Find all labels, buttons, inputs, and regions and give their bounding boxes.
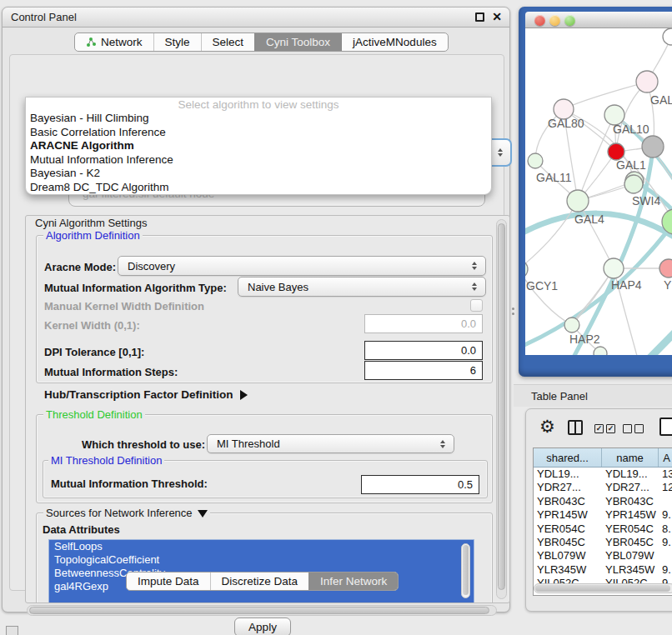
export-table-icon[interactable] <box>659 418 672 436</box>
tab-network[interactable]: Network <box>75 33 153 51</box>
network-canvas[interactable]: GALGAL80GAL10GAL1GAL11GAL4SWI4HAP4YGCY1H… <box>525 28 672 355</box>
close-traffic-icon[interactable] <box>534 15 545 26</box>
network-node-gal11[interactable] <box>528 153 543 168</box>
sources-group-title[interactable]: Sources for Network Inference <box>43 507 210 519</box>
algorithm-option-aracne-algorithm[interactable]: ARACNE Algorithm <box>26 139 491 153</box>
table-row[interactable]: YPR145WYPR145W9. <box>534 508 672 522</box>
data-attributes-label: Data Attributes <box>43 523 120 536</box>
column-header-shared[interactable]: shared... <box>534 448 602 467</box>
node-label-gal80: GAL80 <box>548 117 584 130</box>
mi-steps-field[interactable]: 6 <box>364 361 483 380</box>
column-header-name[interactable]: name <box>602 448 659 467</box>
bottom-tab-impute-data[interactable]: Impute Data <box>127 572 210 590</box>
algorithm-option-basic-correlation-inference[interactable]: Basic Correlation Inference <box>26 126 491 140</box>
network-node-hap2[interactable] <box>564 318 579 332</box>
splitter-handle[interactable] <box>511 302 515 320</box>
manual-kernel-width-label: Manual Kernel Width Definition <box>44 300 204 312</box>
table-cell: YBR043C <box>602 495 659 508</box>
close-icon[interactable]: ✕ <box>492 10 502 23</box>
mi-steps-label: Mutual Information Steps: <box>44 366 178 378</box>
network-graph[interactable]: GALGAL80GAL10GAL1GAL11GAL4SWI4HAP4YGCY1H… <box>525 28 672 355</box>
window-grip-icon[interactable] <box>6 626 18 635</box>
aracne-mode-combobox[interactable]: Discovery <box>118 256 486 276</box>
table-row[interactable]: YBR045CYBR045C9. <box>534 536 672 549</box>
attribute-item-topologicalcoefficient[interactable]: TopologicalCoefficient <box>49 553 474 567</box>
settings-vertical-scrollbar[interactable] <box>496 219 507 599</box>
tab-style[interactable]: Style <box>153 33 201 51</box>
table-horizontal-scrollbar[interactable] <box>534 583 672 593</box>
show-columns-icon[interactable] <box>568 420 583 435</box>
gear-icon[interactable]: ⚙ <box>539 418 555 435</box>
algorithm-option-bayesian-hill-climbing[interactable]: Bayesian - Hill Climbing <box>26 112 491 126</box>
sources-title-text: Sources for Network Inference <box>46 507 193 519</box>
node-label-swi4: SWI4 <box>632 194 660 208</box>
mi-algorithm-type-value: Naive Bayes <box>248 281 308 293</box>
tab-cyni-toolbox[interactable]: Cyni Toolbox <box>254 33 341 51</box>
table-cell: 9. <box>659 563 672 577</box>
control-panel-title: Control Panel <box>11 11 77 23</box>
network-node[interactable] <box>642 136 664 158</box>
network-edge[interactable] <box>642 318 672 355</box>
network-edge[interactable] <box>525 269 572 325</box>
network-edge[interactable] <box>564 82 647 109</box>
network-node[interactable] <box>663 28 672 45</box>
algorithm-option-mutual-information-inference[interactable]: Mutual Information Inference <box>26 153 491 168</box>
combo-arrows-icon <box>472 282 477 291</box>
manual-kernel-width-checkbox[interactable] <box>470 299 483 312</box>
network-node-gal1[interactable] <box>608 143 624 160</box>
table-row[interactable]: YBR043CYBR043C <box>534 495 672 508</box>
threshold-definition-title: Threshold Definition <box>43 408 145 421</box>
combo-arrows-icon <box>472 262 477 270</box>
select-all-columns-icon[interactable]: ✓✓ <box>594 424 615 433</box>
node-label-y: Y <box>664 278 672 292</box>
float-window-icon[interactable] <box>475 12 484 22</box>
mi-threshold-field[interactable]: 0.5 <box>361 475 479 494</box>
cyni-mode-tabs: Impute DataDiscretize DataInfer Network <box>126 572 399 591</box>
algorithm-option-bayesian-k2[interactable]: Bayesian - K2 <box>26 167 491 181</box>
algorithm-option-dream8-dc-tdc-algorithm[interactable]: Dream8 DC_TDC Algorithm <box>26 181 491 195</box>
table-cell: YDL19... <box>534 468 602 481</box>
network-node[interactable] <box>594 347 607 355</box>
network-node-gal4[interactable] <box>567 190 589 212</box>
network-view-window[interactable]: GALGAL80GAL10GAL1GAL11GAL4SWI4HAP4YGCY1H… <box>519 7 672 377</box>
network-node-swi4[interactable] <box>624 175 643 193</box>
apply-button[interactable]: Apply <box>234 618 291 635</box>
table-row[interactable]: YBL079WYBL079W <box>534 549 672 562</box>
zoom-traffic-icon[interactable] <box>564 15 575 26</box>
table-row[interactable]: YDL19...YDL19...13 <box>534 468 672 481</box>
attributes-scrollbar[interactable] <box>461 543 470 598</box>
bottom-tab-discretize-data-label: Discretize Data <box>222 575 298 588</box>
minimize-traffic-icon[interactable] <box>549 15 560 26</box>
table-cell: YER054C <box>602 522 659 536</box>
column-header-a[interactable]: A <box>659 448 672 467</box>
bottom-tab-infer-network-label: Infer Network <box>320 575 387 588</box>
network-edge[interactable] <box>525 201 578 269</box>
deselect-all-columns-icon[interactable] <box>623 424 644 433</box>
table-panel: ⚙ ✓✓ shared...nameA YDL19...YDL19...13YD… <box>525 408 672 612</box>
table-row[interactable]: YLR345WYLR345W9. <box>534 563 672 577</box>
settings-horizontal-scrollbar[interactable] <box>27 605 497 616</box>
dpi-tolerance-field[interactable]: 0.0 <box>364 341 483 360</box>
bottom-tab-discretize-data[interactable]: Discretize Data <box>210 572 309 590</box>
hub-definition-toggle[interactable]: Hub/Transcription Factor Definition <box>44 388 248 401</box>
tab-jactivemnodules-label: jActiveMNodules <box>353 36 437 48</box>
tab-select[interactable]: Select <box>201 33 255 51</box>
control-panel-tabs: NetworkStyleSelectCyni ToolboxjActiveMNo… <box>74 32 449 52</box>
network-node-y[interactable] <box>659 259 672 278</box>
table-row[interactable]: YER054CYER054C8. <box>534 522 672 536</box>
algorithm-dropdown-placeholder: Select algorithm to view settings <box>26 98 491 112</box>
table-row[interactable]: YDR27...YDR27...12 <box>534 481 672 494</box>
bottom-tab-impute-data-label: Impute Data <box>138 575 199 588</box>
kernel-width-field[interactable]: 0.0 <box>364 314 483 333</box>
table-cell: 13 <box>659 468 672 481</box>
attribute-item-selfloops[interactable]: SelfLoops <box>49 540 474 553</box>
which-threshold-combobox[interactable]: MI Threshold <box>207 434 454 453</box>
network-window-titlebar[interactable] <box>525 12 672 28</box>
kernel-width-value: 0.0 <box>461 318 476 330</box>
mi-algorithm-type-combobox[interactable]: Naive Bayes <box>238 277 486 297</box>
node-label-gal10: GAL10 <box>613 122 649 136</box>
network-node-gal[interactable] <box>636 71 658 92</box>
network-node-hap4[interactable] <box>604 258 624 278</box>
bottom-tab-infer-network[interactable]: Infer Network <box>308 572 398 590</box>
tab-jactivemnodules[interactable]: jActiveMNodules <box>341 33 448 51</box>
